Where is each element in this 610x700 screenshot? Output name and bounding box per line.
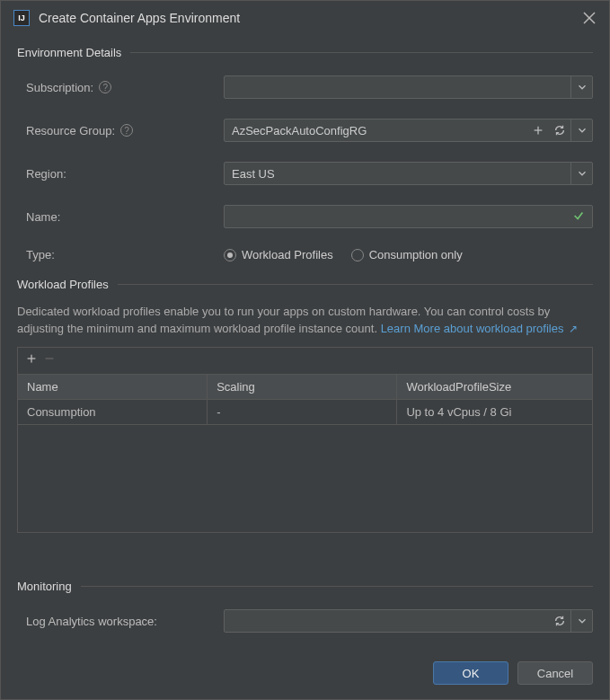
- remove-profile-button: [43, 352, 56, 368]
- profiles-table: Name Scaling WorkloadProfileSize Consump…: [17, 374, 593, 425]
- titlebar: IJ Create Container Apps Environment: [1, 1, 609, 33]
- chevron-down-icon[interactable]: [570, 120, 592, 141]
- cancel-button[interactable]: Cancel: [517, 661, 593, 685]
- plus-icon[interactable]: [527, 120, 549, 141]
- row-region: Region: East US: [17, 162, 593, 185]
- radio-icon: [224, 249, 236, 261]
- row-log-analytics: Log Analytics workspace:: [17, 609, 593, 633]
- chevron-down-icon[interactable]: [570, 163, 592, 184]
- chevron-down-icon[interactable]: [570, 76, 592, 98]
- region-value: East US: [225, 163, 570, 184]
- subscription-combo[interactable]: [224, 75, 593, 99]
- radio-consumption-only[interactable]: Consumption only: [351, 248, 463, 261]
- refresh-icon[interactable]: [549, 610, 570, 632]
- help-icon[interactable]: ?: [99, 81, 111, 93]
- check-icon: [572, 209, 585, 225]
- col-name: Name: [18, 374, 208, 399]
- resource-group-value: AzSecPackAutoConfigRG: [225, 120, 527, 141]
- resource-group-label: Resource Group:: [26, 124, 115, 137]
- col-size: WorkloadProfileSize: [397, 374, 593, 399]
- section-workload-profiles: Workload Profiles: [17, 278, 593, 291]
- radio-workload-profiles[interactable]: Workload Profiles: [224, 248, 333, 261]
- section-monitoring: Monitoring: [17, 580, 593, 593]
- row-name: Name:: [17, 205, 593, 228]
- resource-group-combo[interactable]: AzSecPackAutoConfigRG: [224, 119, 593, 142]
- name-input[interactable]: [224, 205, 593, 228]
- ok-button[interactable]: OK: [433, 661, 508, 685]
- dialog-footer: OK Cancel: [1, 651, 609, 699]
- add-profile-button[interactable]: [25, 352, 38, 368]
- row-resource-group: Resource Group: ? AzSecPackAutoConfigRG: [17, 119, 593, 142]
- region-label: Region:: [26, 167, 66, 181]
- radio-icon: [351, 249, 364, 261]
- dialog: IJ Create Container Apps Environment Env…: [0, 0, 610, 700]
- app-icon: IJ: [13, 10, 30, 26]
- profiles-table-empty-area: [17, 425, 593, 533]
- learn-more-link[interactable]: Learn More about workload profiles: [381, 322, 564, 335]
- col-scaling: Scaling: [208, 374, 397, 399]
- subscription-label: Subscription:: [26, 81, 93, 94]
- refresh-icon[interactable]: [549, 120, 570, 141]
- external-link-icon: ↗: [565, 323, 577, 335]
- workload-profiles-description: Dedicated workload profiles enable you t…: [17, 304, 593, 338]
- help-icon[interactable]: ?: [120, 124, 133, 137]
- chevron-down-icon[interactable]: [570, 610, 592, 632]
- log-analytics-combo[interactable]: [224, 609, 593, 633]
- log-analytics-value: [225, 610, 549, 632]
- subscription-value: [225, 76, 570, 98]
- row-type: Type: Workload Profiles Consumption only: [17, 248, 593, 261]
- table-row[interactable]: Consumption - Up to 4 vCpus / 8 Gi: [18, 399, 593, 424]
- name-label: Name:: [26, 210, 60, 224]
- section-environment-details: Environment Details: [17, 46, 593, 59]
- window-title: Create Container Apps Environment: [39, 11, 573, 25]
- close-icon[interactable]: [582, 11, 597, 25]
- type-label: Type:: [26, 248, 55, 261]
- region-combo[interactable]: East US: [224, 162, 593, 185]
- log-analytics-label: Log Analytics workspace:: [26, 615, 157, 628]
- row-subscription: Subscription: ?: [17, 75, 593, 99]
- profiles-toolbar: [17, 347, 593, 374]
